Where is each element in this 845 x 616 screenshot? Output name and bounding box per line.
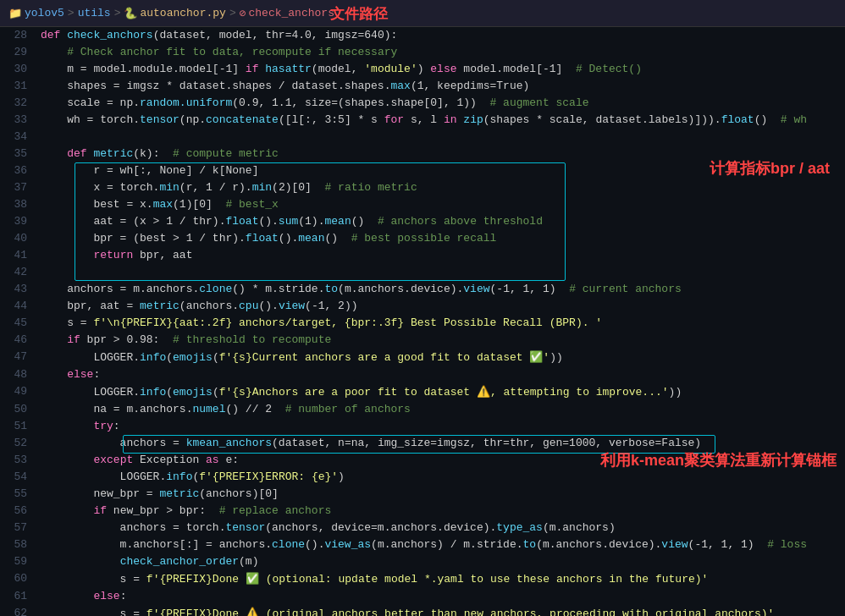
- annotation-metric: 计算指标bpr / aat: [710, 158, 830, 179]
- breadcrumb-yolov5: yolov5: [25, 7, 64, 19]
- code-line-46: 46 if bpr > 0.98: # threshold to recompu…: [0, 332, 845, 349]
- code-line-43: 43 anchors = m.anchors.clone() * m.strid…: [0, 281, 845, 298]
- code-line-30: 30 m = model.module.model[-1] if hasattr…: [0, 61, 845, 78]
- pyfile-icon: 🐍: [124, 7, 137, 20]
- code-line-54: 54 LOGGER.info(f'{PREFIX}ERROR: {e}'): [0, 469, 845, 486]
- code-line-51: 51 try:: [0, 418, 845, 435]
- code-line-49: 49 LOGGER.info(emojis(f'{s}Anchors are a…: [0, 383, 845, 401]
- code-line-39: 39 aat = (x > 1 / thr).float().sum(1).me…: [0, 213, 845, 230]
- code-line-33: 33 wh = torch.tensor(np.concatenate([l[:…: [0, 112, 845, 129]
- sep1: >: [68, 7, 75, 19]
- code-line-41: 41 return bpr, aat: [0, 247, 845, 264]
- code-line-57: 57 anchors = torch.tensor(anchors, devic…: [0, 520, 845, 536]
- code-line-44: 44 bpr, aat = metric(anchors.cpu().view(…: [0, 298, 845, 315]
- code-line-55: 55 new_bpr = metric(anchors)[0]: [0, 486, 845, 503]
- code-line-29: 29 # Check anchor fit to data, recompute…: [0, 44, 845, 61]
- breadcrumb-func-icon: ⊘: [240, 7, 246, 20]
- annotation-kmean: 利用k-mean聚类算法重新计算锚框: [600, 450, 837, 470]
- annotation-filepath: 文件路径: [330, 4, 388, 24]
- code-line-45: 45 s = f'\n{PREFIX}{aat:.2f} anchors/tar…: [0, 315, 845, 332]
- code-line-32: 32 scale = np.random.uniform(0.9, 1.1, s…: [0, 95, 845, 112]
- code-line-42: 42: [0, 264, 845, 281]
- folder-icon: 📁: [8, 7, 22, 20]
- code-line-59: 59 check_anchor_order(m): [0, 553, 845, 570]
- sep2: >: [114, 7, 121, 19]
- code-line-48: 48 else:: [0, 366, 845, 383]
- code-line-61: 61 else:: [0, 588, 845, 605]
- code-line-34: 34: [0, 129, 845, 146]
- breadcrumb-func: check_anchors: [249, 7, 334, 19]
- code-line-40: 40 bpr = (best > 1 / thr).float().mean()…: [0, 230, 845, 247]
- code-line-28: 28 def check_anchors(dataset, model, thr…: [0, 27, 845, 44]
- code-line-37: 37 x = torch.min(r, 1 / r).min(2)[0] # r…: [0, 179, 845, 196]
- sep3: >: [229, 7, 236, 19]
- code-line-60: 60 s = f'{PREFIX}Done ✅ (optional: updat…: [0, 570, 845, 588]
- code-line-52: 52 anchors = kmean_anchors(dataset, n=na…: [0, 435, 845, 452]
- code-container: 计算指标bpr / aat 利用k-mean聚类算法重新计算锚框 28 def …: [0, 27, 845, 616]
- code-line-50: 50 na = m.anchors.numel() // 2 # number …: [0, 401, 845, 418]
- breadcrumb-utils: utils: [78, 7, 111, 19]
- breadcrumb: 📁 yolov5 > utils > 🐍 autoanchor.py > ⊘ c…: [8, 7, 334, 20]
- breadcrumb-file: autoanchor.py: [140, 7, 225, 19]
- code-line-58: 58 m.anchors[:] = anchors.clone().view_a…: [0, 536, 845, 553]
- title-bar: 📁 yolov5 > utils > 🐍 autoanchor.py > ⊘ c…: [0, 0, 845, 27]
- code-line-38: 38 best = x.max(1)[0] # best_x: [0, 196, 845, 213]
- code-line-62: 62 s = f'{PREFIX}Done ⚠️ (original ancho…: [0, 605, 845, 616]
- code-line-31: 31 shapes = imgsz * dataset.shapes / dat…: [0, 78, 845, 95]
- code-line-47: 47 LOGGER.info(emojis(f'{s}Current ancho…: [0, 349, 845, 366]
- code-line-56: 56 if new_bpr > bpr: # replace anchors: [0, 503, 845, 520]
